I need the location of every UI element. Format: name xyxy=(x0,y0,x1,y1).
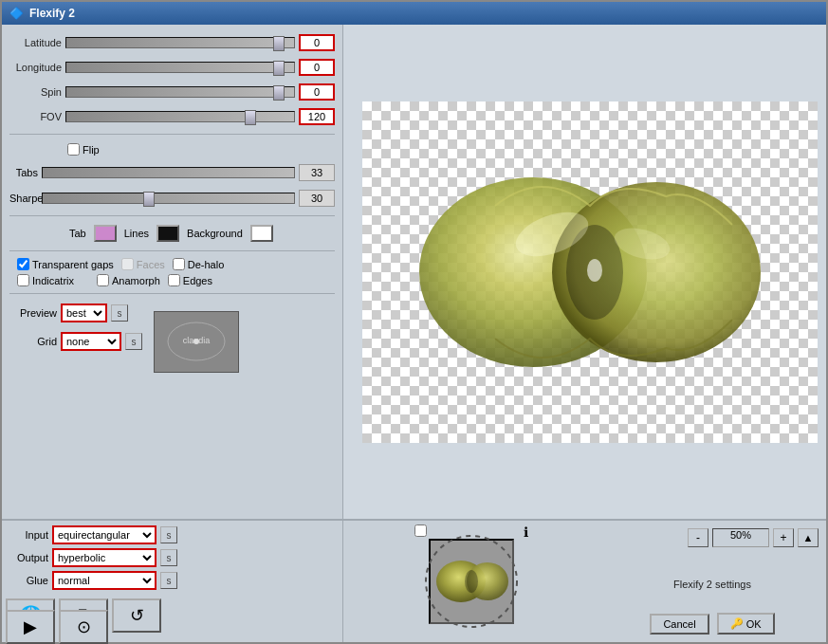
glue-row: Glue normal horizontal vertical s xyxy=(6,570,339,591)
input-s-button[interactable]: s xyxy=(160,526,177,543)
edges-checkbox[interactable] xyxy=(168,274,180,286)
spin-input[interactable] xyxy=(299,83,335,101)
tabs-input[interactable] xyxy=(299,164,335,181)
ok-label: OK xyxy=(746,618,762,630)
bottom-right: - 50% + ▲ Flexify 2 settings Cancel 🔑 OK xyxy=(598,521,826,642)
sharpen-track[interactable] xyxy=(42,193,295,204)
de-halo-checkbox[interactable] xyxy=(173,258,185,270)
input-select[interactable]: equirectangular cylindrical mercator xyxy=(52,525,156,544)
transparent-gaps-text: Transparent gaps xyxy=(32,259,114,270)
bottom-middle: ℹ xyxy=(343,521,598,642)
grid-label: Grid xyxy=(9,336,57,347)
right-panel xyxy=(343,25,826,519)
color-row: Tab Lines Background xyxy=(9,225,335,242)
thumbnail-container: ℹ xyxy=(414,524,528,638)
bottom-left: Input equirectangular cylindrical mercat… xyxy=(2,521,343,642)
zoom-out-button[interactable]: - xyxy=(688,528,708,547)
cancel-button[interactable]: Cancel xyxy=(650,614,708,635)
tabs-label: Tabs xyxy=(9,167,38,178)
tabs-track[interactable] xyxy=(42,167,295,178)
sharpen-label: Sharpen xyxy=(9,193,38,204)
faces-checkbox xyxy=(121,258,134,270)
flip-row: Flip xyxy=(9,143,335,156)
grid-s-button[interactable]: s xyxy=(125,333,142,350)
preview-select[interactable]: best good fast draft xyxy=(61,304,107,322)
preview-s-button[interactable]: s xyxy=(111,304,128,322)
sharpen-row: Sharpen xyxy=(9,188,335,209)
grid-row: Grid none sparse medium dense s claudia xyxy=(9,331,335,352)
tab-color-btn[interactable] xyxy=(94,225,117,242)
fov-label: FOV xyxy=(9,111,62,122)
fov-track[interactable] xyxy=(65,111,295,122)
flip-checkbox[interactable] xyxy=(67,143,80,156)
bottom-bar: Input equirectangular cylindrical mercat… xyxy=(2,519,826,642)
io-rows: Input equirectangular cylindrical mercat… xyxy=(6,524,339,591)
zoom-row: - 50% + ▲ xyxy=(688,528,819,547)
longitude-track[interactable] xyxy=(65,62,295,73)
left-panel: Latitude Longitude Spin xyxy=(2,25,343,519)
fov-row: FOV xyxy=(9,106,335,127)
cancel-ok-row: Cancel 🔑 OK xyxy=(650,613,774,635)
transparent-gaps-checkbox[interactable] xyxy=(17,258,29,270)
anamorph-checkbox[interactable] xyxy=(97,274,109,286)
background-color-label: Background xyxy=(187,228,243,239)
spin-track[interactable] xyxy=(65,86,295,98)
background-color-btn[interactable] xyxy=(250,225,273,242)
tabs-row: Tabs xyxy=(9,161,335,184)
settings-label-container: Flexify 2 settings xyxy=(673,579,751,590)
ok-icon: 🔑 xyxy=(730,617,744,630)
output-label: Output xyxy=(6,552,48,563)
output-row: Output hyperbolic equirectangular cylind… xyxy=(6,547,339,568)
longitude-row: Longitude xyxy=(9,57,335,78)
title-bar: 🔷 Flexify 2 xyxy=(2,2,826,25)
sharpen-input[interactable] xyxy=(299,190,335,207)
settings-label: Flexify 2 settings xyxy=(673,579,751,590)
stop-button[interactable]: ⊙ xyxy=(59,610,108,644)
anamorph-text: Anamorph xyxy=(112,275,160,286)
edges-label[interactable]: Edges xyxy=(168,274,212,286)
scroll-button[interactable]: ▲ xyxy=(798,528,819,547)
output-select[interactable]: hyperbolic equirectangular cylindrical xyxy=(52,548,156,567)
preview-label: Preview xyxy=(9,307,57,319)
grid-select[interactable]: none sparse medium dense xyxy=(61,332,121,351)
zoom-input[interactable]: 50% xyxy=(712,528,769,547)
thumbnail-checkbox[interactable] xyxy=(414,524,427,537)
indicatrix-text: Indicatrix xyxy=(32,275,74,286)
glue-label: Glue xyxy=(6,575,48,586)
de-halo-label[interactable]: De-halo xyxy=(173,258,225,270)
latitude-label: Latitude xyxy=(9,37,62,48)
fov-input[interactable] xyxy=(299,108,335,125)
mini-preview: claudia xyxy=(154,311,239,373)
lines-color-label: Lines xyxy=(124,228,149,239)
transparent-gaps-label[interactable]: Transparent gaps xyxy=(17,258,114,270)
longitude-input[interactable] xyxy=(299,59,335,76)
faces-label[interactable]: Faces xyxy=(121,258,165,270)
latitude-input[interactable] xyxy=(299,34,335,51)
de-halo-text: De-halo xyxy=(188,259,225,270)
window-title: Flexify 2 xyxy=(29,7,75,20)
play-button[interactable]: ▶ xyxy=(6,610,55,644)
glue-select[interactable]: normal horizontal vertical xyxy=(52,571,156,590)
svg-point-12 xyxy=(465,570,478,593)
tab-color-label: Tab xyxy=(69,228,86,239)
zoom-in-button[interactable]: + xyxy=(773,528,794,547)
checkbox-row-1: Transparent gaps Faces De-halo xyxy=(9,258,335,270)
glue-s-button[interactable]: s xyxy=(160,572,177,589)
checkbox-row-2: Indicatrix Anamorph Edges xyxy=(9,274,335,286)
indicatrix-checkbox[interactable] xyxy=(17,274,29,286)
more-action-buttons-row: ▶ ⊙ xyxy=(6,610,339,644)
longitude-label: Longitude xyxy=(9,62,62,73)
main-window: 🔷 Flexify 2 Latitude Longitude xyxy=(0,0,828,644)
lines-color-btn[interactable] xyxy=(156,225,179,242)
anamorph-label[interactable]: Anamorph xyxy=(97,274,160,286)
ok-button[interactable]: 🔑 OK xyxy=(717,613,775,635)
indicatrix-label[interactable]: Indicatrix xyxy=(17,274,74,286)
output-s-button[interactable]: s xyxy=(160,549,177,566)
latitude-track[interactable] xyxy=(65,37,295,48)
latitude-row: Latitude xyxy=(9,32,335,53)
svg-point-8 xyxy=(587,259,602,282)
thumbnail-image xyxy=(429,539,514,624)
flip-checkbox-label[interactable]: Flip xyxy=(67,143,100,156)
input-row: Input equirectangular cylindrical mercat… xyxy=(6,524,339,545)
info-icon[interactable]: ℹ xyxy=(524,524,528,540)
